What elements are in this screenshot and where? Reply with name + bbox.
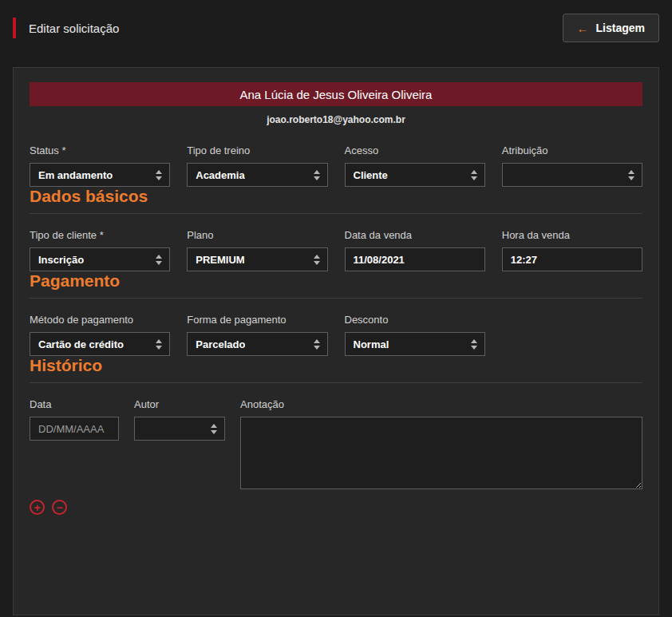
field-forma-pagamento: Forma de pagamento Parcelado [187, 314, 327, 356]
autor-select[interactable] [134, 417, 225, 441]
historico-data-input[interactable] [30, 417, 119, 441]
select-arrows-icon [156, 339, 162, 350]
historico-row: Data Autor Anotação [30, 398, 642, 489]
atribuicao-label: Atribuição [502, 144, 642, 156]
status-row: Status * Em andamento Tipo de treino Aca… [30, 144, 642, 187]
anotacao-textarea[interactable] [240, 417, 642, 489]
select-arrows-icon [471, 170, 477, 180]
select-arrows-icon [156, 255, 162, 265]
status-select-value: Em andamento [38, 169, 113, 181]
section-title-dados-basicos: Dados básicos [30, 187, 642, 214]
data-venda-label: Data da venda [345, 229, 485, 241]
tipo-treino-label: Tipo de treino [187, 144, 327, 156]
tipo-cliente-select-value: Inscrição [38, 254, 84, 266]
desconto-select[interactable]: Normal [345, 332, 485, 356]
plano-select-value: PREMIUM [196, 254, 244, 266]
dados-basicos-row: Tipo de cliente * Inscrição Plano PREMIU… [30, 229, 642, 271]
back-to-list-button[interactable]: ← Listagem [563, 14, 659, 42]
remove-row-button[interactable]: − [52, 500, 67, 515]
data-venda-input[interactable] [345, 247, 485, 271]
pagamento-row: Método de pagamento Cartão de crédito Fo… [30, 314, 642, 356]
field-data-venda: Data da venda [345, 229, 485, 271]
historico-actions: + − [30, 500, 642, 515]
back-arrow-icon: ← [577, 22, 589, 34]
field-historico-data: Data [30, 398, 119, 489]
plus-icon: + [34, 502, 40, 513]
hora-venda-input[interactable] [502, 247, 642, 271]
plano-select[interactable]: PREMIUM [187, 247, 327, 271]
acesso-select-value: Cliente [354, 169, 388, 181]
atribuicao-select[interactable] [502, 163, 642, 187]
metodo-pagamento-select-value: Cartão de crédito [38, 338, 124, 350]
select-arrows-icon [156, 170, 162, 180]
forma-pagamento-select[interactable]: Parcelado [187, 332, 327, 356]
select-arrows-icon [211, 424, 217, 434]
select-arrows-icon [314, 255, 320, 265]
field-autor: Autor [134, 398, 225, 489]
tipo-treino-select[interactable]: Academia [187, 163, 327, 187]
tipo-cliente-select[interactable]: Inscrição [30, 247, 170, 271]
field-plano: Plano PREMIUM [187, 229, 327, 271]
field-tipo-cliente: Tipo de cliente * Inscrição [30, 229, 170, 271]
section-title-historico: Histórico [30, 356, 642, 383]
field-hora-venda: Hora da venda [502, 229, 642, 271]
status-label: Status * [30, 144, 170, 156]
forma-pagamento-select-value: Parcelado [196, 338, 245, 350]
back-button-label: Listagem [596, 22, 645, 34]
plano-label: Plano [187, 229, 327, 241]
page-header: Editar solicitação ← Listagem [0, 0, 672, 56]
metodo-pagamento-label: Método de pagamento [30, 314, 170, 326]
page-title: Editar solicitação [29, 22, 119, 35]
field-metodo-pagamento: Método de pagamento Cartão de crédito [30, 314, 170, 356]
field-status: Status * Em andamento [30, 144, 170, 187]
form-panel: Ana Lúcia de Jesus Oliveira Oliveira joa… [13, 67, 659, 615]
select-arrows-icon [314, 339, 320, 350]
select-arrows-icon [471, 339, 477, 350]
select-arrows-icon [628, 170, 634, 180]
header-accent-bar [13, 18, 16, 38]
field-acesso: Acesso Cliente [345, 144, 485, 187]
tipo-treino-select-value: Academia [196, 169, 244, 181]
acesso-label: Acesso [345, 144, 485, 156]
client-name: Ana Lúcia de Jesus Oliveira Oliveira [240, 88, 433, 101]
forma-pagamento-label: Forma de pagamento [187, 314, 327, 326]
field-tipo-treino: Tipo de treino Academia [187, 144, 327, 187]
tipo-cliente-label: Tipo de cliente * [30, 229, 170, 241]
desconto-label: Desconto [345, 314, 485, 326]
select-arrows-icon [314, 170, 320, 180]
client-name-banner: Ana Lúcia de Jesus Oliveira Oliveira [30, 82, 642, 106]
hora-venda-label: Hora da venda [502, 229, 642, 241]
acesso-select[interactable]: Cliente [345, 163, 485, 187]
client-email: joao.roberto18@yahoo.com.br [30, 114, 642, 125]
metodo-pagamento-select[interactable]: Cartão de crédito [30, 332, 170, 356]
historico-data-label: Data [30, 398, 119, 410]
desconto-select-value: Normal [354, 338, 389, 350]
field-atribuicao: Atribuição [502, 144, 642, 187]
field-anotacao: Anotação [240, 398, 642, 489]
add-row-button[interactable]: + [30, 500, 45, 515]
anotacao-label: Anotação [240, 398, 642, 410]
minus-icon: − [56, 502, 62, 513]
section-title-pagamento: Pagamento [30, 271, 642, 299]
status-select[interactable]: Em andamento [30, 163, 170, 187]
autor-label: Autor [134, 398, 225, 410]
field-desconto: Desconto Normal [345, 314, 485, 356]
